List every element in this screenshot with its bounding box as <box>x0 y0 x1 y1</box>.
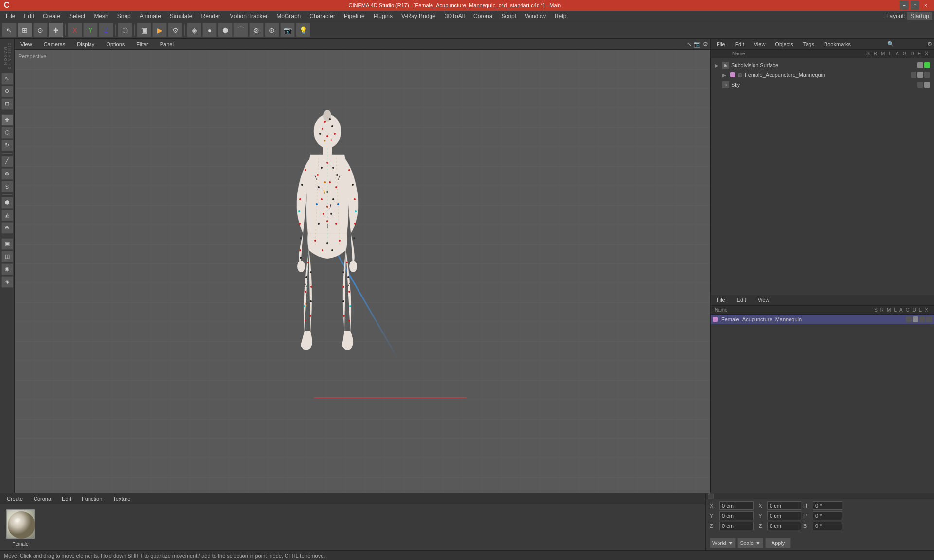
tool-scale[interactable]: ⬡ <box>1 127 13 139</box>
attr-tab-file[interactable]: File <box>713 296 729 304</box>
menu-mesh[interactable]: Mesh <box>90 12 112 20</box>
coord-x2-value[interactable]: 0 cm <box>767 501 801 510</box>
menu-plugins[interactable]: Plugins <box>370 12 396 20</box>
obj-status-2[interactable] <box>924 62 930 68</box>
maximize-button[interactable]: □ <box>911 1 919 10</box>
menu-pipeline[interactable]: Pipeline <box>340 12 369 20</box>
tool-morph[interactable]: ◈ <box>1 276 13 288</box>
toolbar-light[interactable]: 💡 <box>296 23 310 37</box>
coord-z2-value[interactable]: 0 cm <box>767 522 801 530</box>
sel-icon-4[interactable] <box>926 316 932 322</box>
tool-brush[interactable]: ⊛ <box>1 168 13 180</box>
material-item[interactable]: Female <box>4 508 37 547</box>
menu-vray[interactable]: V-Ray Bridge <box>397 12 440 20</box>
selected-object-row[interactable]: Female_Acupuncture_Mannequin <box>711 315 934 324</box>
toolbar-nurbs[interactable]: ⊗ <box>249 23 264 37</box>
viewport-tab-display[interactable]: Display <box>73 40 98 48</box>
toolbar-move[interactable]: ↖ <box>2 23 17 37</box>
toolbar-deformer[interactable]: ⊛ <box>265 23 279 37</box>
menu-snap[interactable]: Snap <box>113 12 135 20</box>
menu-corona[interactable]: Corona <box>469 12 496 20</box>
apply-button[interactable]: Apply <box>765 538 791 548</box>
om-search-icon[interactable]: 🔍 <box>887 41 894 47</box>
coord-y2-value[interactable]: 0 cm <box>767 511 801 520</box>
toolbar-cylinder[interactable]: ⬢ <box>218 23 233 37</box>
object-item-subdivision[interactable]: ▶ ⊞ Subdivision Surface <box>713 60 932 70</box>
toolbar-move-tool[interactable]: ✚ <box>49 23 63 37</box>
toolbar-spline[interactable]: ⌒ <box>234 23 248 37</box>
viewport-tab-view[interactable]: View <box>17 40 36 48</box>
object-item-mannequin[interactable]: ▶ ⊞ Female_Acupuncture_Mannequin <box>713 70 932 80</box>
menu-mograph[interactable]: MoGraph <box>272 12 305 20</box>
tool-live-select[interactable]: ⊙ <box>1 86 13 97</box>
coord-p-value[interactable]: 0 ° <box>813 511 842 520</box>
mat-tab-function[interactable]: Function <box>77 495 107 503</box>
sel-icon-2[interactable] <box>913 316 918 322</box>
coord-z-value[interactable]: 0 cm <box>719 522 754 530</box>
menu-window[interactable]: Window <box>521 12 550 20</box>
menu-edit[interactable]: Edit <box>20 12 38 20</box>
om-tab-view[interactable]: View <box>750 40 770 48</box>
attr-tab-view[interactable]: View <box>754 296 773 304</box>
mat-tab-corona[interactable]: Corona <box>29 495 56 503</box>
om-tab-tags[interactable]: Tags <box>799 40 818 48</box>
toolbar-object[interactable]: ⬡ <box>118 23 132 37</box>
om-tab-objects[interactable]: Objects <box>771 40 797 48</box>
menu-3dto[interactable]: 3DToAll <box>441 12 468 20</box>
viewport-tab-options[interactable]: Options <box>102 40 128 48</box>
close-button[interactable]: × <box>921 1 930 10</box>
om-tab-edit[interactable]: Edit <box>731 40 748 48</box>
tool-polygon[interactable]: ⬢ <box>1 197 13 209</box>
menu-simulate[interactable]: Simulate <box>166 12 197 20</box>
viewport-tab-cameras[interactable]: Cameras <box>40 40 70 48</box>
sky-icon-1[interactable] <box>917 82 923 88</box>
tool-loop-select[interactable]: ⊕ <box>1 222 13 234</box>
world-dropdown[interactable]: World ▼ <box>710 538 736 548</box>
viewport-tab-filter[interactable]: Filter <box>132 40 152 48</box>
toolbar-z-axis[interactable]: Z <box>99 23 113 37</box>
toolbar-render[interactable]: ▶ <box>152 23 167 37</box>
mat-tab-edit[interactable]: Edit <box>57 495 76 503</box>
tool-texture[interactable]: ▣ <box>1 238 13 250</box>
tool-uvw[interactable]: ◉ <box>1 263 13 275</box>
toolbar-camera[interactable]: 📷 <box>280 23 295 37</box>
material-thumbnail[interactable] <box>6 509 35 539</box>
obj-icon-1[interactable] <box>911 72 916 78</box>
tool-pointer[interactable]: ↖ <box>1 73 13 85</box>
sel-icon-3[interactable] <box>919 316 925 322</box>
menu-help[interactable]: Help <box>551 12 571 20</box>
sky-icon-2[interactable] <box>924 82 930 88</box>
obj-status-1[interactable] <box>917 62 923 68</box>
tool-rotate[interactable]: ↻ <box>1 140 13 151</box>
toolbar-render-settings[interactable]: ⚙ <box>168 23 182 37</box>
viewport-icon-camera[interactable]: 📷 <box>694 41 701 48</box>
mat-tab-texture[interactable]: Texture <box>108 495 135 503</box>
menu-motion-tracker[interactable]: Motion Tracker <box>225 12 271 20</box>
obj-icon-3[interactable] <box>924 72 930 78</box>
menu-render[interactable]: Render <box>198 12 224 20</box>
layout-value[interactable]: Startup <box>907 12 932 20</box>
menu-select[interactable]: Select <box>65 12 89 20</box>
menu-script[interactable]: Script <box>497 12 520 20</box>
om-tab-bookmarks[interactable]: Bookmarks <box>820 40 855 48</box>
minimize-button[interactable]: − <box>900 1 909 10</box>
toolbar-cube[interactable]: ◈ <box>187 23 201 37</box>
toolbar-render-region[interactable]: ▣ <box>137 23 151 37</box>
tool-material[interactable]: ◫ <box>1 251 13 262</box>
scale-dropdown[interactable]: Scale ▼ <box>737 538 763 548</box>
sel-icon-1[interactable] <box>906 316 912 322</box>
tool-line[interactable]: ╱ <box>1 156 13 167</box>
viewport-icon-settings[interactable]: ⚙ <box>703 41 708 48</box>
menu-animate[interactable]: Animate <box>136 12 165 20</box>
tool-knife[interactable]: ◭ <box>1 210 13 221</box>
attr-tab-edit[interactable]: Edit <box>733 296 750 304</box>
viewport-icon-maximize[interactable]: ⤡ <box>687 41 692 48</box>
coord-y-value[interactable]: 0 cm <box>719 511 754 520</box>
tool-box-select[interactable]: ⊞ <box>1 98 13 110</box>
menu-create[interactable]: Create <box>39 12 64 20</box>
coord-x-value[interactable]: 0 cm <box>719 501 754 510</box>
toolbar-select-circle[interactable]: ⊙ <box>33 23 48 37</box>
toolbar-x-axis[interactable]: X <box>68 23 82 37</box>
toolbar-y-axis[interactable]: Y <box>83 23 98 37</box>
viewport-tab-panel[interactable]: Panel <box>156 40 178 48</box>
